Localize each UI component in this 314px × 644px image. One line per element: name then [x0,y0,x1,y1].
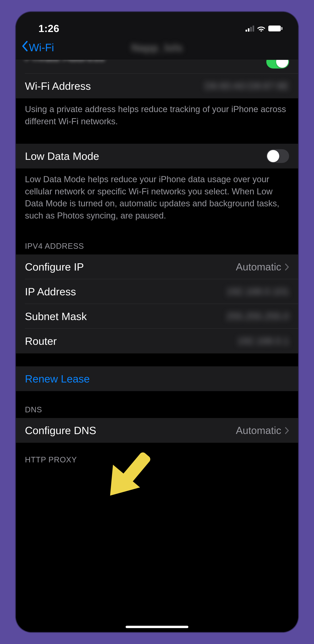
subnet-mask-label: Subnet Mask [25,310,87,322]
configure-dns-row[interactable]: Configure DNS Automatic [16,418,298,443]
wifi-address-row: Wi‑Fi Address D6:60:A0:D8:87:8E [16,74,298,98]
low-data-mode-footer: Low Data Mode helps reduce your iPhone d… [16,168,298,227]
configure-ip-row[interactable]: Configure IP Automatic [16,254,298,279]
configure-dns-value: Automatic [236,424,281,436]
back-button[interactable]: Wi-Fi [21,41,54,54]
router-value: 192.168.0.1 [237,335,289,347]
status-time: 1:26 [38,22,59,34]
subnet-mask-value: 255.255.255.0 [226,310,289,322]
wifi-icon [257,25,266,32]
http-proxy-section-header: HTTP PROXY [16,443,298,464]
private-address-row[interactable]: Private Address [16,60,298,74]
section-gap [16,354,298,366]
subnet-mask-row: Subnet Mask 255.255.255.0 [16,304,298,329]
content-area[interactable]: Private Address Wi‑Fi Address D6:60:A0:D… [16,60,298,632]
ip-address-row: IP Address 192.168.0.101 [16,279,298,304]
nav-header: Wi-Fi Napp_lols [16,38,298,60]
svg-marker-1 [97,465,140,507]
chevron-right-icon [285,424,289,436]
ipv4-section-header: IPV4 ADDRESS [16,228,298,254]
back-label: Wi-Fi [29,41,54,54]
wifi-address-value: D6:60:A0:D8:87:8E [205,80,289,92]
wifi-address-label: Wi‑Fi Address [25,80,91,92]
renew-lease-row[interactable]: Renew Lease [16,366,298,391]
nav-title-blurred: Napp_lols [131,41,183,54]
ip-address-value: 192.168.0.101 [226,286,289,297]
home-indicator[interactable] [126,626,188,628]
section-gap [16,133,298,144]
configure-ip-label: Configure IP [25,261,84,273]
configure-dns-value-wrap: Automatic [236,424,289,436]
dns-section-header: DNS [16,391,298,418]
private-address-footer: Using a private address helps reduce tra… [16,98,298,133]
cellular-icon [246,25,254,32]
status-icons [246,25,283,32]
low-data-mode-label: Low Data Mode [25,150,99,162]
ip-address-label: IP Address [25,286,76,298]
configure-ip-value: Automatic [236,261,281,273]
renew-lease-button[interactable]: Renew Lease [25,373,90,385]
battery-icon [268,26,283,32]
low-data-mode-row[interactable]: Low Data Mode [16,144,298,168]
phone-frame: 1:26 Wi-Fi Napp_lols [16,12,298,632]
private-address-toggle[interactable] [266,60,289,68]
screen: 1:26 Wi-Fi Napp_lols [16,12,298,632]
configure-ip-value-wrap: Automatic [236,261,289,273]
low-data-mode-toggle[interactable] [266,149,289,163]
private-address-label: Private Address [25,60,105,63]
status-bar: 1:26 [16,12,298,38]
chevron-left-icon [21,41,28,54]
router-row: Router 192.168.0.1 [16,329,298,354]
router-label: Router [25,335,57,347]
configure-dns-label: Configure DNS [25,424,96,436]
chevron-right-icon [285,261,289,273]
